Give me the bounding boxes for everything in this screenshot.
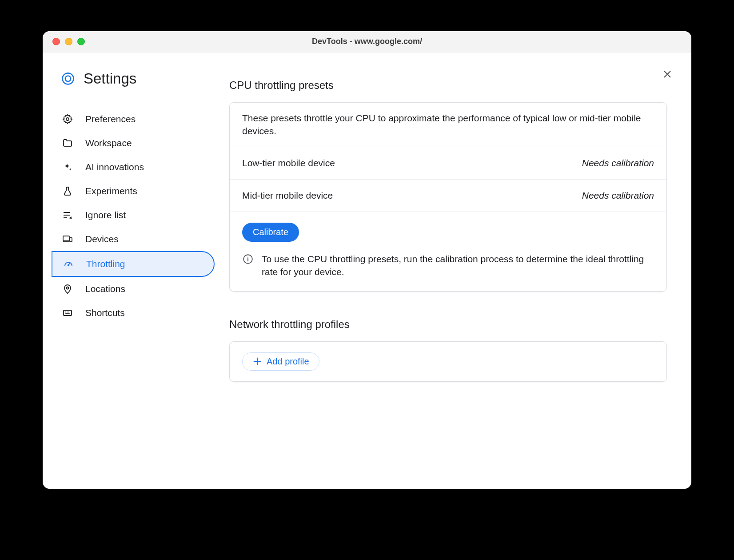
svg-point-0 bbox=[63, 73, 74, 84]
cpu-presets-heading: CPU throttling presets bbox=[229, 79, 667, 92]
sidebar-item-throttling[interactable]: Throttling bbox=[52, 251, 215, 277]
sidebar-item-label: Experiments bbox=[85, 186, 137, 196]
sidebar-item-label: Workspace bbox=[85, 138, 132, 148]
sidebar-item-label: Preferences bbox=[85, 114, 136, 124]
calibration-info-text: To use the CPU throttling presets, run t… bbox=[262, 252, 654, 279]
sidebar-item-ai-innovations[interactable]: AI innovations bbox=[52, 155, 215, 179]
sidebar-item-label: Throttling bbox=[86, 259, 125, 269]
preset-row-mid-tier: Mid-tier mobile device Needs calibration bbox=[230, 180, 666, 212]
settings-sidebar: Settings Preferences bbox=[43, 52, 218, 489]
sidebar-item-label: Locations bbox=[85, 284, 125, 294]
sidebar-item-label: Ignore list bbox=[85, 210, 126, 220]
cpu-presets-description: These presets throttle your CPU to appro… bbox=[230, 103, 666, 147]
preset-name: Low-tier mobile device bbox=[242, 158, 335, 168]
svg-rect-4 bbox=[70, 238, 72, 242]
window-maximize-button[interactable] bbox=[77, 38, 85, 45]
sidebar-item-label: AI innovations bbox=[85, 162, 144, 172]
sidebar-item-shortcuts[interactable]: Shortcuts bbox=[52, 301, 215, 325]
calibrate-button[interactable]: Calibrate bbox=[242, 223, 299, 242]
preset-row-low-tier: Low-tier mobile device Needs calibration bbox=[230, 147, 666, 180]
settings-nav: Preferences Workspace bbox=[52, 107, 218, 325]
svg-rect-3 bbox=[63, 236, 69, 241]
main-panel: CPU throttling presets These presets thr… bbox=[218, 52, 691, 489]
sidebar-item-locations[interactable]: Locations bbox=[52, 277, 215, 301]
svg-rect-7 bbox=[64, 310, 72, 316]
plus-icon bbox=[252, 356, 262, 366]
window-title: DevTools - www.google.com/ bbox=[43, 37, 691, 46]
sidebar-item-devices[interactable]: Devices bbox=[52, 227, 215, 251]
sidebar-item-label: Devices bbox=[85, 234, 119, 244]
info-icon bbox=[242, 253, 254, 265]
gear-icon bbox=[62, 114, 73, 124]
titlebar: DevTools - www.google.com/ bbox=[43, 31, 691, 52]
sidebar-item-preferences[interactable]: Preferences bbox=[52, 107, 215, 131]
add-profile-button[interactable]: Add profile bbox=[242, 352, 319, 371]
network-profiles-card: Add profile bbox=[229, 341, 667, 382]
add-profile-label: Add profile bbox=[267, 356, 309, 367]
sidebar-item-workspace[interactable]: Workspace bbox=[52, 131, 215, 155]
settings-header: Settings bbox=[52, 70, 218, 87]
svg-point-6 bbox=[67, 287, 69, 289]
list-x-icon bbox=[62, 210, 73, 220]
window-traffic-lights bbox=[52, 38, 85, 45]
sidebar-item-label: Shortcuts bbox=[85, 308, 125, 318]
flask-icon bbox=[62, 186, 73, 196]
preset-status: Needs calibration bbox=[582, 190, 654, 201]
window-close-button[interactable] bbox=[52, 38, 60, 45]
keyboard-icon bbox=[62, 308, 73, 318]
close-icon[interactable] bbox=[661, 68, 674, 80]
window-minimize-button[interactable] bbox=[65, 38, 72, 45]
location-pin-icon bbox=[62, 284, 73, 294]
sidebar-item-ignore-list[interactable]: Ignore list bbox=[52, 203, 215, 227]
svg-point-2 bbox=[66, 118, 69, 120]
speedometer-icon bbox=[63, 259, 74, 269]
cpu-presets-card: These presets throttle your CPU to appro… bbox=[229, 102, 667, 292]
folder-icon bbox=[62, 138, 73, 148]
cpu-presets-footer: Calibrate To use the CPU throttling pres… bbox=[230, 212, 666, 291]
sparkle-icon bbox=[62, 162, 73, 172]
svg-point-1 bbox=[65, 76, 71, 82]
devtools-icon bbox=[61, 72, 75, 85]
devtools-window: DevTools - www.google.com/ Settings bbox=[43, 31, 691, 489]
preset-name: Mid-tier mobile device bbox=[242, 190, 333, 201]
devices-icon bbox=[62, 234, 73, 244]
preset-status: Needs calibration bbox=[582, 158, 654, 168]
content-area: Settings Preferences bbox=[43, 52, 691, 489]
svg-point-5 bbox=[68, 265, 69, 266]
settings-title: Settings bbox=[84, 70, 136, 87]
network-profiles-heading: Network throttling profiles bbox=[229, 318, 667, 331]
calibration-info: To use the CPU throttling presets, run t… bbox=[242, 252, 654, 279]
sidebar-item-experiments[interactable]: Experiments bbox=[52, 179, 215, 203]
